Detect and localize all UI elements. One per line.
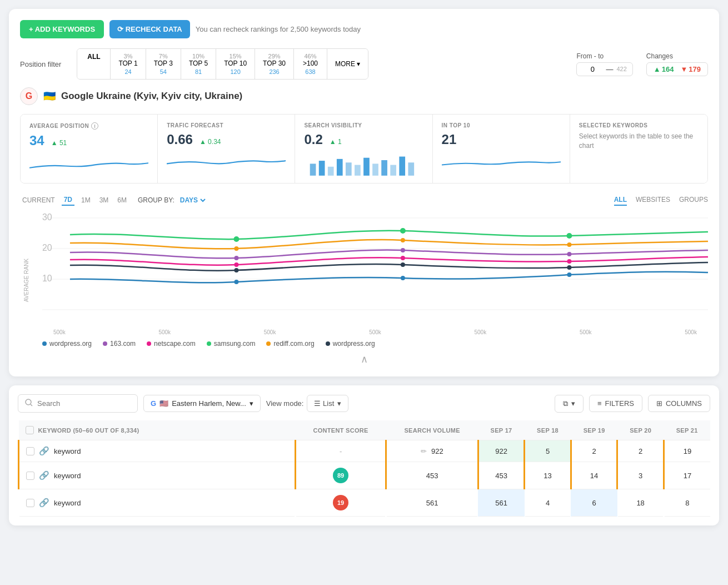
legend-label: netscape.com — [154, 340, 196, 348]
legend-label: samsung.com — [214, 340, 256, 348]
period-1m[interactable]: 1M — [79, 195, 93, 206]
visibility-change: ▲ 1 — [330, 138, 342, 146]
link-icon[interactable]: 🔗 — [39, 498, 49, 508]
table-toolbar: G 🇺🇸 Eastern Harlem, New... ▾ View mode:… — [18, 394, 710, 413]
view-mode-select[interactable]: ☰ List ▾ — [307, 395, 348, 412]
metric-visibility: SEARCH VISIBILITY 0.2 ▲ 1 — [295, 115, 432, 183]
filter-icon: ≡ — [597, 399, 602, 408]
pf-btn-top5[interactable]: 10% TOP 5 81 — [181, 49, 216, 79]
chart-tab-all[interactable]: ALL — [614, 195, 627, 206]
chart-tab-websites[interactable]: WEBSITES — [636, 195, 670, 206]
sep20-cell: 18 — [617, 489, 664, 517]
col-search-volume: SEARCH VOLUME — [386, 420, 478, 440]
view-mode-chevron: ▾ — [337, 399, 341, 408]
view-mode-value: ☰ List — [314, 399, 334, 408]
row-checkbox[interactable] — [26, 499, 34, 507]
sep20-cell: 3 — [617, 462, 664, 489]
sep19-cell: 14 — [571, 462, 617, 489]
period-3m[interactable]: 3M — [97, 195, 111, 206]
metric-avg-position: AVERAGE POSITION i 34 ▲ 51 — [21, 115, 158, 183]
legend-label: wordpress.org — [49, 340, 92, 348]
changes-values: ▲ 164 ▼ 179 — [646, 62, 708, 76]
svg-text:20: 20 — [42, 243, 52, 252]
top-toolbar: + ADD KEYWORDS ⟳ RECHECK DATA You can re… — [20, 20, 708, 38]
visibility-value: 0.2 — [304, 132, 322, 147]
sep17-cell: 453 — [478, 462, 525, 489]
row-checkbox[interactable] — [26, 472, 34, 480]
svg-rect-8 — [382, 160, 388, 176]
col-content-score: CONTENT SCORE — [295, 420, 386, 440]
svg-line-38 — [31, 404, 32, 406]
svg-rect-10 — [400, 157, 406, 176]
from-to-separator: — — [606, 65, 613, 73]
legend-163com: 163.com — [103, 340, 136, 348]
location-selector[interactable]: G 🇺🇸 Eastern Harlem, New... ▾ — [143, 395, 261, 412]
select-all-checkbox[interactable] — [26, 426, 34, 434]
legend-dot — [42, 341, 47, 346]
google-mini-logo: G — [151, 399, 156, 408]
keyword-cell: 🔗 keyword — [26, 446, 288, 456]
row-checkbox[interactable] — [26, 447, 34, 455]
filters-button[interactable]: ≡ FILTERS — [589, 395, 642, 412]
sep18-cell: 5 — [525, 440, 571, 462]
link-icon[interactable]: 🔗 — [39, 446, 49, 456]
svg-point-25 — [234, 256, 238, 260]
sep17-cell: 922 — [478, 440, 525, 462]
pf-btn-more[interactable]: MORE ▾ — [327, 49, 368, 79]
collapse-button[interactable]: ∧ — [20, 353, 708, 365]
top10-chart — [442, 152, 561, 174]
col-sep17: SEP 17 — [478, 420, 525, 440]
period-6m[interactable]: 6M — [115, 195, 129, 206]
svg-point-34 — [234, 280, 238, 284]
svg-rect-5 — [355, 165, 361, 176]
period-7d[interactable]: 7D — [62, 195, 74, 206]
group-by-label: GROUP BY: — [138, 196, 174, 204]
col-sep20: SEP 20 — [617, 420, 664, 440]
svg-rect-4 — [346, 162, 352, 176]
score-dash: - — [340, 447, 342, 455]
from-to-section: From - to — 422 Changes ▲ 164 ▼ 179 — [576, 52, 708, 76]
search-volume-val: 922 — [431, 447, 443, 455]
pf-btn-gt100[interactable]: 46% >100 638 — [294, 49, 327, 79]
ukraine-flag: 🇺🇦 — [43, 90, 56, 102]
x-axis: 500k 500k 500k 500k 500k 500k 500k — [42, 329, 708, 335]
pf-count-top1: 24 — [124, 68, 131, 75]
view-mode-label: View mode: — [266, 399, 304, 408]
chart-tab-groups[interactable]: GROUPS — [679, 195, 708, 206]
from-input[interactable] — [582, 65, 602, 73]
link-icon[interactable]: 🔗 — [39, 470, 49, 480]
search-input[interactable] — [37, 399, 131, 408]
avg-position-value: 34 — [29, 133, 44, 148]
pf-btn-top30[interactable]: 29% TOP 30 236 — [255, 49, 294, 79]
svg-point-35 — [401, 276, 405, 280]
chart-legend: wordpress.org 163.com netscape.com samsu… — [42, 340, 708, 348]
group-by-select[interactable]: DAYS — [178, 196, 207, 205]
sep19-cell: 2 — [571, 440, 617, 462]
keywords-table: KEYWORD (50–60 out of 8,334) CONTENT SCO… — [18, 420, 710, 517]
svg-text:10: 10 — [42, 274, 52, 283]
pf-btn-top3[interactable]: 7% TOP 3 54 — [146, 49, 181, 79]
pf-btn-top10[interactable]: 15% TOP 10 120 — [216, 49, 255, 79]
svg-point-21 — [566, 233, 572, 239]
pf-btn-top1[interactable]: 3% TOP 1 24 — [111, 49, 146, 79]
info-icon-avg[interactable]: i — [91, 122, 98, 130]
col-sep19: SEP 19 — [571, 420, 617, 440]
sep18-cell: 4 — [525, 489, 571, 517]
collapse-icon: ∧ — [361, 354, 368, 365]
pf-btn-all[interactable]: ALL — [77, 49, 111, 79]
selected-keywords-text: Select keywords in the table to see the … — [579, 132, 699, 151]
copy-button[interactable]: ⧉ ▾ — [555, 395, 584, 413]
add-keywords-button[interactable]: + ADD KEYWORDS — [20, 20, 104, 38]
columns-button[interactable]: ⊞ COLUMNS — [648, 395, 710, 412]
period-current[interactable]: CURRENT — [20, 195, 57, 206]
search-volume-cell: ✏ 922 — [386, 440, 478, 462]
svg-point-22 — [234, 246, 238, 251]
google-header: G 🇺🇦 Google Ukraine (Kyiv, Kyiv city, Uk… — [20, 87, 708, 105]
score-badge-teal: 89 — [333, 468, 348, 483]
col-sep21: SEP 21 — [664, 420, 710, 440]
view-mode: View mode: ☰ List ▾ — [266, 395, 349, 412]
legend-label: 163.com — [110, 340, 136, 348]
recheck-data-button[interactable]: ⟳ RECHECK DATA — [109, 20, 190, 38]
legend-label: wordpress.org — [333, 340, 375, 348]
search-volume-cell: 561 — [386, 489, 478, 517]
